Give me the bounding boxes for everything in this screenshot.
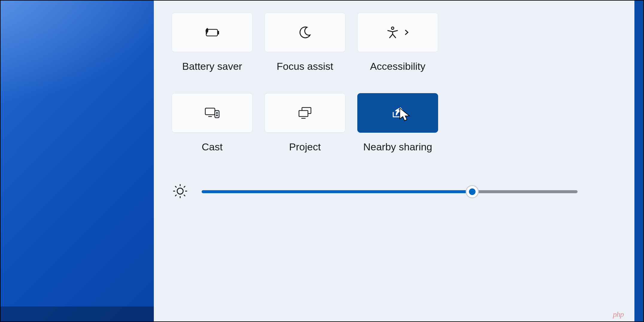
brightness-slider-row (172, 183, 616, 201)
focus-assist-label: Focus assist (277, 61, 333, 72)
tile-wrapper-focus-assist: Focus assist (265, 13, 345, 72)
svg-rect-1 (218, 31, 219, 34)
nearby-sharing-label: Nearby sharing (363, 141, 432, 153)
tile-wrapper-cast: Cast (172, 93, 253, 153)
battery-saver-tile[interactable] (172, 13, 253, 52)
svg-rect-5 (215, 111, 219, 118)
accessibility-icon (386, 26, 409, 39)
tile-wrapper-nearby-sharing: Nearby sharing (357, 93, 438, 153)
cast-label: Cast (202, 141, 223, 153)
nearby-sharing-tile[interactable] (357, 93, 438, 133)
svg-point-2 (391, 27, 394, 29)
battery-saver-icon (204, 26, 221, 38)
svg-line-17 (184, 195, 185, 196)
accessibility-tile[interactable] (357, 13, 438, 52)
tile-wrapper-project: Project (265, 93, 345, 153)
brightness-icon (172, 183, 189, 201)
project-icon (297, 106, 313, 120)
tile-wrapper-accessibility: Accessibility (357, 13, 438, 72)
svg-line-16 (175, 186, 176, 187)
quick-settings-panel: Battery saver Focus assist (154, 1, 643, 321)
desktop-wallpaper (1, 1, 154, 321)
tiles-grid: Battery saver Focus assist (172, 13, 616, 153)
brightness-slider-thumb[interactable] (466, 185, 479, 198)
project-label: Project (289, 141, 321, 153)
battery-saver-label: Battery saver (182, 61, 242, 72)
brightness-slider[interactable] (202, 190, 578, 193)
svg-line-19 (184, 186, 185, 187)
project-tile[interactable] (265, 93, 345, 133)
svg-line-18 (175, 195, 176, 196)
cast-tile[interactable] (172, 93, 253, 133)
svg-point-11 (177, 188, 183, 194)
svg-rect-9 (299, 111, 308, 117)
focus-assist-tile[interactable] (265, 13, 345, 52)
watermark: php (613, 310, 624, 319)
svg-point-7 (217, 115, 218, 116)
share-icon (391, 107, 405, 119)
moon-icon (298, 25, 312, 39)
svg-rect-3 (205, 108, 215, 115)
chevron-right-icon (404, 30, 409, 35)
tile-wrapper-battery-saver: Battery saver (172, 13, 253, 72)
brightness-slider-fill (202, 190, 472, 193)
accessibility-label: Accessibility (370, 61, 425, 72)
cast-icon (204, 106, 220, 120)
svg-point-6 (217, 113, 218, 114)
